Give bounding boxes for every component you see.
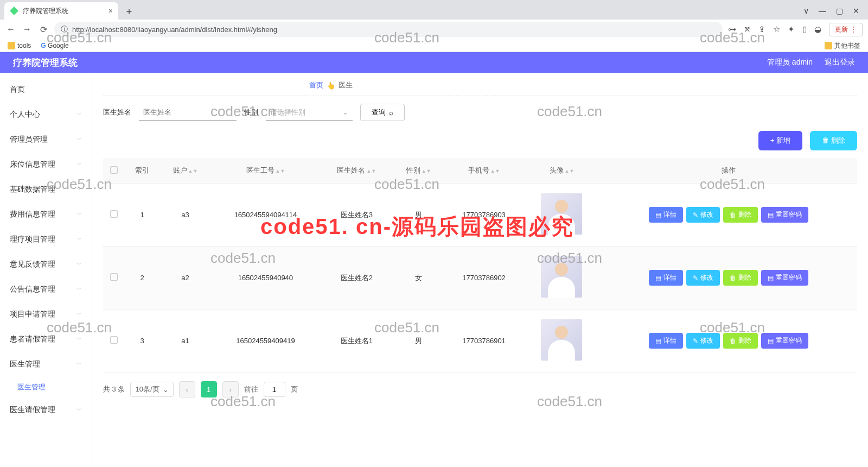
sidebar-item-admin[interactable]: 管理员管理﹀ <box>0 127 92 152</box>
chevron-down-icon: ﹀ <box>76 211 82 218</box>
reset-pwd-button[interactable]: ▤ 重置密码 <box>761 207 808 223</box>
pencil-icon: ✎ <box>693 274 698 282</box>
delete-button[interactable]: 🗑 删除 <box>723 333 758 349</box>
chevron-down-icon: ⌄ <box>163 386 169 394</box>
sort-icon: ▲▼ <box>276 169 285 173</box>
sidebar-item-bed[interactable]: 床位信息管理﹀ <box>0 152 92 177</box>
star-icon[interactable]: ☆ <box>773 24 780 34</box>
th-phone[interactable]: 手机号▲▼ <box>444 158 524 184</box>
th-avatar[interactable]: 头像▲▼ <box>524 158 600 184</box>
chevron-down-icon: ﹀ <box>76 136 82 143</box>
bookmark-tools[interactable]: tools <box>8 42 31 50</box>
extensions-icon[interactable]: ✦ <box>788 24 795 34</box>
sidebar-item-notice[interactable]: 公告信息管理﹀ <box>0 277 92 302</box>
edit-button[interactable]: ✎ 修改 <box>686 333 720 349</box>
minimize-icon[interactable]: — <box>819 7 826 15</box>
row-checkbox[interactable] <box>110 336 118 344</box>
cell-index: 1 <box>125 184 159 247</box>
update-button[interactable]: 更新⋮ <box>829 23 863 36</box>
gender-label: 性别 <box>244 108 258 117</box>
sidebar-item-apply[interactable]: 项目申请管理﹀ <box>0 302 92 327</box>
share-icon[interactable]: ⇪ <box>758 24 765 34</box>
sidebar-item-doctor-leave[interactable]: 医生请假管理﹀ <box>0 397 92 422</box>
translate-icon[interactable]: ⤧ <box>744 24 751 34</box>
checkbox-all[interactable] <box>110 166 118 174</box>
sidebar-item-fee[interactable]: 费用信息管理﹀ <box>0 202 92 227</box>
detail-button[interactable]: ▤ 详情 <box>649 333 683 349</box>
chevron-down-icon: ⌄ <box>342 108 348 116</box>
key-icon[interactable]: ⊶ <box>728 24 736 34</box>
avatar <box>541 256 582 298</box>
edit-button[interactable]: ✎ 修改 <box>686 207 720 223</box>
bookmarks-bar: tools G Google 其他书签 <box>0 39 868 52</box>
address-bar[interactable]: ⓘ http://localhost:8080/liaoyangyuan/adm… <box>54 22 723 37</box>
th-account[interactable]: 账户▲▼ <box>159 158 211 184</box>
reset-pwd-button[interactable]: ▤ 重置密码 <box>761 333 808 349</box>
new-tab-button[interactable]: + <box>122 4 137 20</box>
row-checkbox[interactable] <box>110 210 118 218</box>
prev-page-button[interactable]: ‹ <box>179 381 195 397</box>
back-icon[interactable]: ← <box>5 24 16 34</box>
browser-tab[interactable]: 疗养院管理系统 × <box>4 2 118 20</box>
key-icon: ▤ <box>768 274 774 282</box>
page-1-button[interactable]: 1 <box>201 381 217 397</box>
th-index[interactable]: 索引 <box>125 158 159 184</box>
cell-account: a1 <box>159 310 211 373</box>
gender-select[interactable]: 请选择性别⌄ <box>266 104 353 121</box>
goto-input[interactable] <box>264 382 285 397</box>
cell-doctor-name: 医生姓名2 <box>320 247 393 310</box>
th-no[interactable]: 医生工号▲▼ <box>211 158 320 184</box>
main-area: 首页 个人中心﹀ 管理员管理﹀ 床位信息管理﹀ 基础数据管理﹀ 费用信息管理﹀ … <box>0 73 868 467</box>
avatar <box>541 193 582 235</box>
sidebar-item-home[interactable]: 首页 <box>0 77 92 102</box>
profile-icon[interactable]: ◒ <box>814 24 821 34</box>
sidebar-item-therapy[interactable]: 理疗项目管理﹀ <box>0 227 92 252</box>
add-button[interactable]: + 新增 <box>758 131 803 150</box>
reload-icon[interactable]: ⟳ <box>38 24 49 35</box>
panel-icon[interactable]: ▯ <box>802 24 807 34</box>
key-icon: ▤ <box>768 337 774 345</box>
sidebar-item-doctor[interactable]: 医生管理﹀ <box>0 352 92 377</box>
cell-no: 1650245594094114 <box>211 184 320 247</box>
table-row: 1a31650245594094114医生姓名3男17703786903▤ 详情… <box>103 184 857 247</box>
detail-button[interactable]: ▤ 详情 <box>649 270 683 286</box>
dropdown-icon[interactable]: ∨ <box>803 7 809 15</box>
logout-link[interactable]: 退出登录 <box>825 58 855 67</box>
bulk-delete-button[interactable]: 🗑 删除 <box>810 131 857 150</box>
sidebar-item-patient-leave[interactable]: 患者请假管理﹀ <box>0 327 92 352</box>
cell-index: 2 <box>125 247 159 310</box>
th-gender[interactable]: 性别▲▼ <box>393 158 444 184</box>
bookmark-google[interactable]: G Google <box>41 42 68 49</box>
search-button[interactable]: 查询⌕ <box>360 104 405 121</box>
delete-button[interactable]: 🗑 删除 <box>723 207 758 223</box>
close-window-icon[interactable]: ✕ <box>853 7 859 15</box>
cell-gender: 男 <box>393 184 444 247</box>
sidebar-item-feedback[interactable]: 意见反馈管理﹀ <box>0 252 92 277</box>
th-name[interactable]: 医生姓名▲▼ <box>320 158 393 184</box>
row-checkbox[interactable] <box>110 273 118 281</box>
window-controls: ∨ — ▢ ✕ <box>803 2 868 20</box>
chevron-down-icon: ﹀ <box>76 111 82 118</box>
current-user[interactable]: 管理员 admin <box>767 58 813 67</box>
detail-button[interactable]: ▤ 详情 <box>649 207 683 223</box>
app-header: 疗养院管理系统 管理员 admin 退出登录 <box>0 52 868 73</box>
sort-icon: ▲▼ <box>490 169 500 173</box>
chevron-down-icon: ﹀ <box>76 186 82 193</box>
next-page-button[interactable]: › <box>222 381 239 397</box>
hand-icon: 👆 <box>327 81 335 90</box>
delete-button[interactable]: 🗑 删除 <box>723 270 758 286</box>
maximize-icon[interactable]: ▢ <box>836 7 843 15</box>
sidebar-sub-doctor-mgmt[interactable]: 医生管理 <box>0 377 92 397</box>
edit-button[interactable]: ✎ 修改 <box>686 270 720 286</box>
reset-pwd-button[interactable]: ▤ 重置密码 <box>761 270 808 286</box>
forward-icon[interactable]: → <box>22 24 33 34</box>
sidebar-item-basedata[interactable]: 基础数据管理﹀ <box>0 177 92 202</box>
bookmark-other[interactable]: 其他书签 <box>825 41 860 51</box>
doc-icon: ▤ <box>655 274 661 282</box>
close-icon[interactable]: × <box>108 7 113 15</box>
name-input[interactable] <box>139 104 237 121</box>
sidebar-item-profile[interactable]: 个人中心﹀ <box>0 102 92 127</box>
doc-icon: ▤ <box>655 211 661 219</box>
page-size-select[interactable]: 10条/页⌄ <box>130 382 173 397</box>
breadcrumb-home[interactable]: 首页 <box>309 80 323 90</box>
